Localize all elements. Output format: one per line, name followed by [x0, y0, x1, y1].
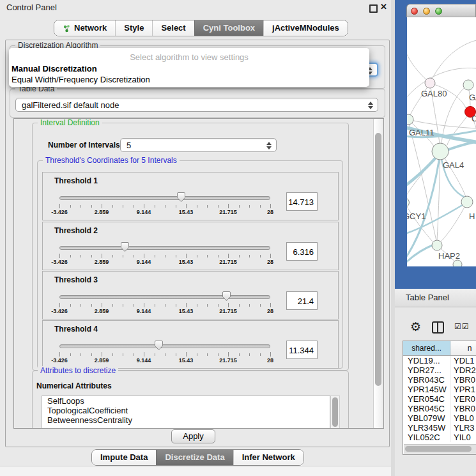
network-node[interactable]	[432, 240, 442, 250]
dropdown-option-manual[interactable]: Manual Discretization	[12, 64, 97, 73]
cell-shared-name[interactable]: YPR145W	[403, 385, 450, 394]
table-row[interactable]: YER054CYER0	[403, 394, 476, 404]
slider-track[interactable]	[59, 344, 270, 348]
minimize-window-button[interactable]	[423, 8, 430, 15]
threshold-value-field[interactable]: 11.344	[286, 341, 318, 359]
float-panel-icon[interactable]	[369, 4, 378, 13]
interval-definition-label: Interval Definition	[38, 118, 102, 127]
tick-label: 2.859	[95, 259, 109, 265]
cell-shared-name[interactable]: YER054C	[403, 394, 450, 404]
tab-infer-network[interactable]: Infer Network	[233, 450, 303, 465]
threshold-4-panel: Threshold 4-3.4262.8599.14415.4321.71528…	[42, 320, 339, 369]
tab-cyni-toolbox[interactable]: Cyni Toolbox	[194, 20, 263, 36]
tab-discretize-data[interactable]: Discretize Data	[156, 450, 233, 465]
slider-thumb-icon[interactable]	[120, 242, 130, 255]
settings-vertical-scrollbar[interactable]	[373, 119, 383, 428]
network-node[interactable]	[425, 78, 435, 88]
interval-definition-group: Interval Definition Number of Intervals …	[32, 123, 349, 371]
threshold-slider[interactable]	[59, 242, 270, 253]
table-data-combobox[interactable]: galFiltered.sif default node	[15, 98, 378, 112]
table-row[interactable]: YDR27...YDR2	[403, 365, 476, 375]
cell-shared-name[interactable]: YDL19...	[403, 356, 450, 365]
network-node[interactable]	[407, 198, 410, 208]
cell-name[interactable]: YER0	[450, 394, 476, 404]
attributes-list-scrollbar[interactable]	[330, 395, 340, 429]
tab-select[interactable]: Select	[152, 20, 194, 36]
cell-name[interactable]: YBR0	[450, 375, 476, 385]
close-window-button[interactable]	[411, 8, 418, 15]
cyni-toolbox-panel: Discretization Algorithm Table Data galF…	[5, 40, 390, 447]
threshold-slider[interactable]	[59, 192, 270, 203]
select-columns-checkboxes-icon[interactable]: ☑☑	[454, 322, 470, 331]
slider-track[interactable]	[59, 295, 270, 299]
thresholds-group-label: Threshold's Coordinates for 5 Intervals	[43, 156, 180, 165]
threshold-slider[interactable]	[59, 340, 270, 351]
column-selector-icon[interactable]	[432, 321, 444, 334]
table-row[interactable]: YLR345WYLR3	[403, 423, 476, 433]
cell-shared-name[interactable]: YLR345W	[403, 423, 450, 433]
apply-button[interactable]: Apply	[171, 429, 215, 443]
cell-name[interactable]: YBR0	[450, 404, 476, 413]
cell-name[interactable]: YPR1	[450, 385, 476, 394]
tick-label: 2.859	[95, 357, 109, 364]
tab-style[interactable]: Style	[115, 20, 152, 36]
table-row[interactable]: YDL19...YDL1	[403, 356, 476, 365]
cell-shared-name[interactable]: YDR27...	[403, 365, 450, 375]
tick-label: 15.43	[179, 308, 194, 314]
zoom-window-button[interactable]	[435, 8, 442, 15]
scrollbar-thumb[interactable]	[405, 446, 472, 452]
slider-tick-labels: -3.4262.8599.14415.4321.71528	[59, 209, 270, 216]
column-header-name[interactable]: n	[450, 341, 476, 355]
cell-name[interactable]: YDR2	[450, 365, 476, 375]
network-canvas[interactable]: GAL80GACGAL11GAL4GCY1HHAP2	[407, 17, 476, 266]
slider-thumb-icon[interactable]	[222, 291, 231, 304]
cell-shared-name[interactable]: YBL079W	[403, 413, 450, 423]
cell-name[interactable]: YLR3	[450, 423, 476, 433]
network-node[interactable]	[407, 114, 413, 125]
num-intervals-combobox[interactable]: 5	[120, 138, 277, 152]
threshold-value-field[interactable]: 14.713	[286, 192, 318, 211]
scrollbar-thumb[interactable]	[375, 133, 381, 386]
network-node[interactable]	[432, 143, 449, 160]
slider-thumb-icon[interactable]	[176, 192, 186, 205]
cell-name[interactable]: YIL0	[450, 433, 476, 442]
cell-shared-name[interactable]: YIL052C	[403, 433, 450, 442]
threshold-slider[interactable]	[59, 291, 270, 302]
table-row[interactable]: YBL079WYBL0	[403, 413, 476, 423]
slider-track[interactable]	[59, 246, 270, 250]
network-window-titlebar[interactable]	[406, 4, 476, 17]
node-label: GAL80	[421, 89, 447, 98]
table-panel: Table Panel ⚙ ☑☑ shared... n YDL19...YDL…	[395, 289, 476, 476]
tick-label: -3.426	[51, 209, 68, 215]
cell-shared-name[interactable]: YBR045C	[403, 404, 450, 413]
algorithm-dropdown-popup: Select algorithm to view settings Manual…	[9, 48, 369, 87]
cell-name[interactable]: YBL0	[450, 413, 476, 423]
dropdown-option-equal-width[interactable]: Equal Width/Frequency Discretization	[12, 75, 150, 84]
scrollbar-thumb[interactable]	[332, 397, 338, 427]
attribute-list-item[interactable]: BetweennessCentrality	[42, 416, 330, 425]
close-panel-icon[interactable]: ✕	[380, 2, 387, 12]
threshold-value-field[interactable]: 21.4	[286, 291, 318, 310]
slider-thumb-icon[interactable]	[154, 340, 164, 353]
tab-network[interactable]: Network	[54, 20, 115, 36]
attributes-group-label: Attributes to discretize	[38, 366, 118, 375]
cell-name[interactable]: YDL1	[450, 356, 476, 365]
table-row[interactable]: YBR045CYBR0	[403, 404, 476, 413]
threshold-value-field[interactable]: 6.316	[286, 242, 318, 261]
attribute-list-item[interactable]: TopologicalCoefficient	[42, 406, 330, 415]
cell-shared-name[interactable]: YBR043C	[403, 375, 450, 385]
network-node[interactable]	[453, 260, 462, 266]
column-header-shared-name[interactable]: shared...	[403, 341, 450, 355]
attribute-list-item[interactable]: SelfLoops	[42, 397, 330, 406]
tab-impute-data[interactable]: Impute Data	[92, 450, 156, 465]
slider-track[interactable]	[59, 196, 270, 200]
gear-icon[interactable]: ⚙	[410, 319, 421, 334]
table-row[interactable]: YBR043CYBR0	[403, 375, 476, 385]
table-row[interactable]: YPR145WYPR1	[403, 385, 476, 394]
tick-label: 2.859	[95, 209, 109, 215]
network-node[interactable]	[461, 196, 473, 208]
table-horizontal-scrollbar[interactable]	[404, 444, 476, 454]
tab-jactivemnodules[interactable]: jActiveMNodules	[263, 20, 348, 36]
table-row[interactable]: YIL052CYIL0	[403, 433, 476, 442]
network-node[interactable]	[463, 80, 473, 90]
